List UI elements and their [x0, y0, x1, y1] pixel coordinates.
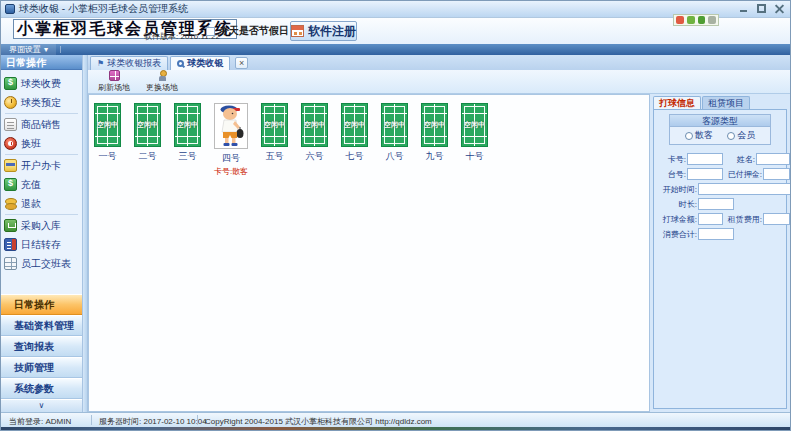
panel-tab-rental-items[interactable]: 租赁项目 — [702, 96, 750, 109]
customer-type-groupbox: 客源类型 散客 会员 — [669, 114, 771, 145]
deposit-label: 已付押金: — [723, 169, 763, 180]
nav-system-params[interactable]: 系统参数 — [1, 378, 82, 399]
customer-type-title: 客源类型 — [670, 115, 770, 127]
court-image: 空闲中 — [461, 103, 488, 147]
tray-icon-3[interactable] — [698, 16, 706, 24]
tab-ball-billing[interactable]: 球类收银 — [170, 56, 230, 70]
deposit-input[interactable] — [763, 168, 790, 180]
court-card-6[interactable]: 空闲中 六号 — [301, 103, 328, 163]
tab-close-button[interactable]: × — [235, 57, 248, 69]
sidebar-item-open-card[interactable]: 开户办卡 — [1, 156, 82, 175]
sidebar-item-staff-shift-report[interactable]: 员工交班表 — [1, 254, 82, 273]
court-card-5[interactable]: 空闲中 五号 — [261, 103, 288, 163]
nav-technician-mgmt[interactable]: 技师管理 — [1, 357, 82, 378]
sidebar-item-daily-settle[interactable]: 日结转存 — [1, 235, 82, 254]
coins-icon — [4, 197, 17, 210]
panel-tabs: 打球信息 租赁项目 — [650, 94, 790, 109]
name-input[interactable] — [756, 153, 790, 165]
courts-row: 空闲中 一号 空闲中 二号 空闲中 三号 — [89, 95, 649, 177]
holiday-checkbox[interactable] — [206, 27, 215, 36]
sidebar-header: 日常操作 — [1, 55, 82, 70]
status-bar: 当前登录: ADMIN 服务器时间: 2017-02-10 10:04 Copy… — [1, 412, 790, 427]
tray-icon-2[interactable] — [687, 16, 695, 24]
card-no-input[interactable] — [687, 153, 723, 165]
sidebar-item-purchase-in[interactable]: 采购入库 — [1, 216, 82, 235]
radio-walkin[interactable]: 散客 — [685, 129, 713, 142]
sidebar-item-recharge[interactable]: 充值 — [1, 175, 82, 194]
calendar-icon — [291, 25, 304, 37]
cart-icon — [4, 219, 17, 232]
name-label: 姓名: — [723, 154, 756, 165]
total-label: 消费合计: — [657, 229, 698, 240]
court-card-9[interactable]: 空闲中 九号 — [421, 103, 448, 163]
minimize-icon[interactable] — [739, 4, 748, 13]
court-card-3[interactable]: 空闲中 三号 — [174, 103, 201, 163]
alarm-icon — [4, 137, 17, 150]
sidebar-item-goods-sale[interactable]: 商品销售 — [1, 115, 82, 134]
holiday-label: 今天是否节假日 — [219, 24, 289, 38]
pin-icon: ⚑ — [97, 60, 104, 68]
register-button[interactable]: 软件注册 — [290, 21, 357, 41]
table-no-input[interactable] — [687, 168, 723, 180]
court-card-2[interactable]: 空闲中 二号 — [134, 103, 161, 163]
rental-fee-input[interactable] — [763, 213, 790, 225]
menu-strip: 界面设置 ▾ — [1, 44, 790, 55]
court-image: 空闲中 — [174, 103, 201, 147]
rental-fee-label: 租赁费用: — [723, 214, 763, 225]
court-image: 空闲中 — [134, 103, 161, 147]
sidebar-item-shift-change[interactable]: 换班 — [1, 134, 82, 153]
nav-daily-operations[interactable]: 日常操作 — [1, 294, 82, 315]
sidebar-collapse-button[interactable]: ∨ — [1, 399, 82, 412]
holiday-checkbox-group: 今天是否节假日 — [206, 24, 289, 38]
play-amount-input[interactable] — [698, 213, 723, 225]
app-window: 球类收银 - 小掌柜羽毛球会员管理系统 小掌柜羽毛球会员管理系统 软件版本: 2… — [0, 0, 791, 431]
court-image: 空闲中 — [301, 103, 328, 147]
money-icon — [4, 178, 17, 191]
sidebar-nav: 日常操作 基础资料管理 查询报表 技师管理 系统参数 — [1, 294, 82, 399]
court-occupant-note: 卡号:散客 — [214, 166, 248, 177]
panel-tab-play-info[interactable]: 打球信息 — [653, 96, 701, 109]
court-image: 空闲中 — [421, 103, 448, 147]
total-input[interactable] — [698, 228, 734, 240]
card-icon — [4, 159, 17, 172]
tab-billing-report[interactable]: ⚑ 球类收银报表 — [90, 56, 168, 70]
start-time-input[interactable] — [698, 183, 791, 195]
court-card-7[interactable]: 空闲中 七号 — [341, 103, 368, 163]
radio-member[interactable]: 会员 — [727, 129, 755, 142]
card-no-label: 卡号: — [657, 154, 687, 165]
nav-basic-data[interactable]: 基础资料管理 — [1, 315, 82, 336]
ledger-icon — [4, 238, 17, 251]
sidebar-item-ball-booking[interactable]: 球类预定 — [1, 93, 82, 112]
nav-query-reports[interactable]: 查询报表 — [1, 336, 82, 357]
panel-body: 客源类型 散客 会员 卡号 — [653, 109, 787, 409]
court-image: 空闲中 — [94, 103, 121, 147]
divider — [91, 415, 92, 425]
server-time: 服务器时间: 2017-02-10 10:04 — [99, 416, 207, 427]
duration-label: 时长: — [657, 199, 698, 210]
window-title: 球类收银 - 小掌柜羽毛球会员管理系统 — [19, 2, 188, 16]
refresh-grid-icon — [109, 70, 120, 81]
court-card-8[interactable]: 空闲中 八号 — [381, 103, 408, 163]
occupied-court-image — [214, 103, 248, 149]
court-card-4-occupied[interactable]: 四号 卡号:散客 — [214, 103, 248, 177]
menu-ui-settings[interactable]: 界面设置 ▾ — [1, 44, 56, 55]
refresh-courts-button[interactable]: 刷新场地 — [91, 70, 137, 93]
tray-icon-4[interactable] — [708, 16, 716, 24]
court-card-10[interactable]: 空闲中 十号 — [461, 103, 488, 163]
duration-input[interactable] — [698, 198, 734, 210]
court-image: 空闲中 — [261, 103, 288, 147]
maximize-icon[interactable] — [757, 4, 766, 13]
court-image: 空闲中 — [381, 103, 408, 147]
divider — [5, 113, 78, 114]
start-time-label: 开始时间: — [657, 184, 698, 195]
close-icon[interactable] — [775, 4, 784, 13]
change-court-button[interactable]: 更换场地 — [139, 70, 185, 93]
header: 小掌柜羽毛球会员管理系统 软件版本: 2016.11.22 今天是否节假日 软件… — [1, 18, 790, 44]
menu-separator — [60, 46, 61, 53]
register-label: 软件注册 — [308, 23, 356, 40]
tray-icon-1[interactable] — [676, 16, 684, 24]
court-card-1[interactable]: 空闲中 一号 — [94, 103, 121, 163]
sidebar-item-refund[interactable]: 退款 — [1, 194, 82, 213]
sidebar-item-ball-billing[interactable]: 球类收费 — [1, 74, 82, 93]
sidebar: 日常操作 球类收费 球类预定 商品销售 换班 开户办卡 — [1, 55, 83, 412]
